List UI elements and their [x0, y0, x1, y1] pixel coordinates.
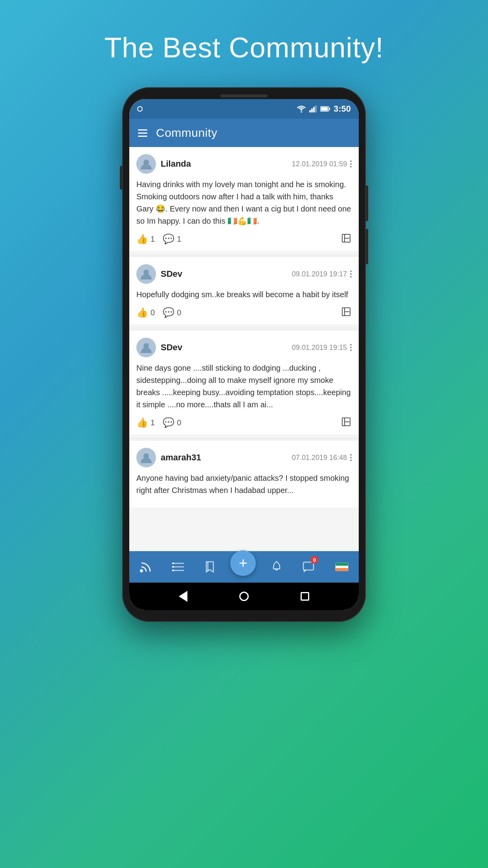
app-bar: Community — [129, 119, 359, 147]
nav-item-bookmarks[interactable] — [199, 558, 221, 576]
svg-rect-30 — [303, 562, 314, 570]
bookmark-button[interactable] — [341, 416, 352, 429]
status-right: 3:50 — [297, 104, 351, 114]
nav-item-badge[interactable]: 0 — [297, 558, 320, 576]
status-left — [137, 106, 143, 112]
like-button[interactable]: 👍 1 — [136, 417, 155, 428]
post-card: SDev 09.01.2019 19:17 Hopefully dodging … — [129, 257, 359, 324]
post-username: Lilanda — [161, 159, 191, 169]
battery-icon — [320, 106, 330, 112]
avatar — [136, 264, 156, 284]
svg-rect-1 — [309, 110, 311, 112]
flag-icon — [335, 563, 349, 571]
svg-rect-2 — [311, 108, 313, 112]
post-text: Hopefully dodging sm..ke breaks will bec… — [136, 289, 352, 301]
post-text: Having drinks with my lovely man tonight… — [136, 178, 352, 227]
like-icon: 👍 — [136, 234, 148, 245]
phone-screen: 3:50 Community Lilanda — [129, 99, 359, 610]
more-button[interactable] — [350, 454, 352, 461]
status-bar: 3:50 — [129, 99, 359, 119]
like-count: 1 — [150, 235, 155, 244]
more-button[interactable] — [350, 344, 352, 351]
nav-item-list[interactable] — [167, 559, 189, 575]
android-nav — [129, 583, 359, 610]
phone-shell: 3:50 Community Lilanda — [122, 87, 366, 622]
like-icon: 👍 — [136, 307, 148, 318]
content-area: Lilanda 12.01.2019 01:59 Having drinks w… — [129, 147, 359, 551]
svg-rect-7 — [329, 108, 330, 110]
svg-rect-4 — [315, 105, 317, 112]
post-date: 09.01.2019 19:15 — [292, 344, 347, 352]
nav-item-feed[interactable] — [134, 558, 157, 576]
post-card: SDev 09.01.2019 19:15 Nine days gone ...… — [129, 331, 359, 434]
comment-button[interactable]: 💬 0 — [163, 417, 181, 428]
post-date: 07.01.2019 16:48 — [292, 454, 347, 462]
plus-icon: + — [239, 555, 248, 570]
avatar — [136, 448, 156, 467]
nav-item-flag[interactable] — [330, 559, 354, 574]
post-card: Lilanda 12.01.2019 01:59 Having drinks w… — [129, 147, 359, 251]
comment-button[interactable]: 💬 0 — [163, 307, 181, 318]
like-icon: 👍 — [136, 417, 148, 428]
status-time: 3:50 — [334, 104, 351, 114]
hamburger-button[interactable] — [138, 129, 147, 137]
post-date: 09.01.2019 19:17 — [292, 270, 347, 278]
bookmark-button[interactable] — [341, 233, 352, 245]
page-title: The Best Community! — [104, 31, 383, 64]
more-button[interactable] — [350, 160, 352, 167]
signal-icon — [309, 105, 317, 112]
wifi-icon — [297, 105, 306, 112]
post-card: amarah31 07.01.2019 16:48 Anyone having … — [129, 441, 359, 508]
avatar — [136, 154, 156, 174]
like-button[interactable]: 👍 0 — [136, 307, 155, 318]
comment-icon: 💬 — [163, 234, 174, 245]
svg-rect-6 — [321, 107, 328, 111]
avatar — [136, 338, 156, 357]
list-icon — [172, 562, 184, 572]
home-button[interactable] — [239, 592, 249, 601]
bell-icon — [271, 561, 282, 573]
post-text: Anyone having bad anxiety/panic attacks?… — [136, 472, 352, 497]
recent-button[interactable] — [301, 592, 309, 601]
badge-count: 0 — [310, 556, 318, 564]
comment-count: 1 — [177, 235, 181, 244]
app-bar-title: Community — [156, 126, 217, 140]
post-username: amarah31 — [161, 452, 201, 463]
svg-rect-3 — [313, 107, 315, 112]
like-count: 0 — [150, 308, 155, 317]
more-button[interactable] — [350, 270, 352, 278]
comment-icon: 💬 — [163, 307, 174, 318]
post-text: Nine days gone ....still sticking to dod… — [136, 362, 352, 411]
svg-point-21 — [140, 569, 143, 572]
back-button[interactable] — [179, 591, 187, 602]
like-count: 1 — [150, 418, 155, 427]
like-button[interactable]: 👍 1 — [136, 234, 155, 245]
bottom-nav: + 0 — [129, 551, 359, 583]
comment-count: 0 — [177, 418, 181, 427]
post-username: SDev — [161, 342, 182, 353]
rss-icon — [139, 561, 151, 573]
comment-icon: 💬 — [163, 417, 174, 428]
post-username: SDev — [161, 269, 182, 279]
svg-point-0 — [301, 111, 302, 112]
post-date: 12.01.2019 01:59 — [292, 160, 347, 168]
comment-count: 0 — [177, 308, 181, 317]
comment-button[interactable]: 💬 1 — [163, 234, 181, 245]
bookmarks-icon — [204, 561, 215, 573]
bookmark-button[interactable] — [341, 306, 352, 319]
nav-item-bell[interactable] — [266, 558, 288, 576]
nav-fab-button[interactable]: + — [230, 550, 256, 576]
status-dot — [137, 106, 143, 112]
